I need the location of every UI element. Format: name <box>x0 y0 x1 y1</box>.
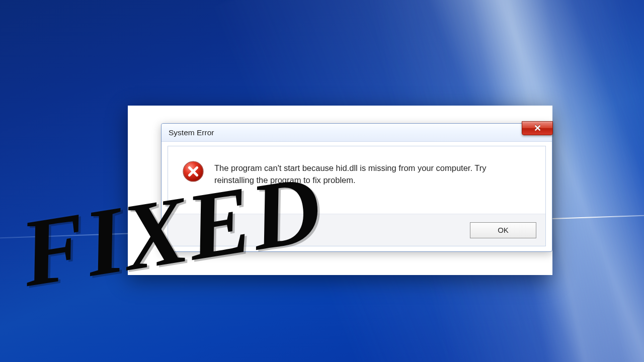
dialog-titlebar[interactable]: System Error ✕ <box>162 124 552 142</box>
close-icon: ✕ <box>534 124 541 133</box>
dialog-title: System Error <box>169 128 214 137</box>
dialog-body: The program can't start because hid.dll … <box>168 146 546 246</box>
close-button[interactable]: ✕ <box>522 121 553 135</box>
error-dialog: System Error ✕ <box>161 123 552 252</box>
dialog-content: The program can't start because hid.dll … <box>168 146 545 214</box>
ok-button[interactable]: OK <box>470 222 536 238</box>
error-message: The program can't start because hid.dll … <box>214 160 496 187</box>
error-icon <box>182 160 204 185</box>
dialog-button-row: OK <box>168 214 545 246</box>
